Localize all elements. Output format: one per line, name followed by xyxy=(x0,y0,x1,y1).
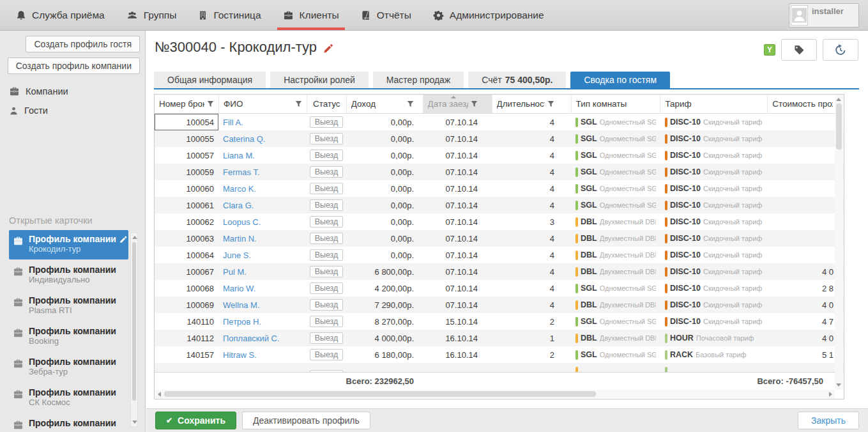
column-header-8[interactable]: Стоимость проживан xyxy=(767,95,835,113)
open-card-1[interactable]: Профиль компанииИндивидуально xyxy=(9,261,128,290)
cell-cost: 4 7 xyxy=(768,313,836,330)
cell-booking-number[interactable]: 100054 xyxy=(155,114,218,130)
room-color-bar xyxy=(575,334,578,343)
status-badge: Выезд xyxy=(310,233,343,244)
cell-booking-number[interactable]: 140112 xyxy=(155,330,218,346)
create-guest-profile-button[interactable]: Создать профиль гостя xyxy=(26,36,140,52)
scroll-up-icon[interactable] xyxy=(132,236,137,239)
column-header-2[interactable]: Статус xyxy=(307,95,346,113)
cell-booking-number[interactable]: 100060 xyxy=(155,180,218,197)
cell-booking-number[interactable]: 140110 xyxy=(155,313,218,330)
guest-link[interactable]: Martin N. xyxy=(223,234,257,243)
column-header-7[interactable]: Тариф xyxy=(660,95,767,113)
open-card-6[interactable]: Профиль компании xyxy=(9,414,128,432)
nav-item-5[interactable]: Администрирование xyxy=(422,0,555,30)
cell-tariff: DISC-10Скидочный тариф 10% xyxy=(660,164,768,180)
filter-icon[interactable] xyxy=(404,100,414,107)
open-card-3[interactable]: Профиль компанииBooking xyxy=(9,322,128,351)
sidebar-item-1[interactable]: Гости xyxy=(0,101,145,120)
column-header-1[interactable]: ФИО xyxy=(218,95,307,113)
column-header-6[interactable]: Тип комнаты xyxy=(571,95,660,113)
save-button[interactable]: ✔ Сохранить xyxy=(155,412,236,429)
scroll-left-icon[interactable] xyxy=(158,392,161,397)
tags-button[interactable] xyxy=(781,39,817,61)
card-subtitle: Индивидуально xyxy=(29,275,116,284)
horizontal-scrollbar[interactable] xyxy=(155,390,835,398)
cell-income: 0,00р. xyxy=(346,213,423,230)
cell-booking-number[interactable]: 100068 xyxy=(155,280,218,297)
scroll-right-icon[interactable] xyxy=(829,392,832,397)
filter-icon[interactable] xyxy=(468,100,478,107)
scrollbar-thumb[interactable] xyxy=(836,104,842,150)
open-card-5[interactable]: Профиль компанииСК Космос xyxy=(9,383,128,413)
cell-booking-number[interactable]: 100061 xyxy=(155,197,218,213)
cell-arrival-date: 16.10.14 xyxy=(423,330,492,346)
guest-link[interactable]: Fermas T. xyxy=(223,167,260,177)
tab-4[interactable]: Сводка по гостям xyxy=(570,72,670,88)
create-company-profile-button[interactable]: Создать профиль компании xyxy=(8,58,140,74)
sidebar-item-0[interactable]: Компании xyxy=(0,82,145,101)
guest-link[interactable]: Caterina Q. xyxy=(223,134,265,144)
cell-booking-number[interactable]: 100055 xyxy=(155,130,218,147)
cell-room-type: DBLДвухместный DBL xyxy=(571,230,660,247)
table-header: Номер брониФИОСтатусДоходДата заездаДлит… xyxy=(155,95,844,114)
cell-room-type: SGLОдноместный SGL xyxy=(571,197,660,213)
cost-total: Всего: -76457,50 xyxy=(757,376,823,386)
filter-icon[interactable] xyxy=(293,100,302,107)
guest-link[interactable]: Loopus C. xyxy=(223,217,261,227)
scroll-down-icon[interactable] xyxy=(132,420,137,424)
tab-3[interactable]: Счёт75 400,50р. xyxy=(468,72,566,88)
cell-income: 6 180,00р. xyxy=(346,346,423,363)
column-header-4[interactable]: Дата заезда xyxy=(423,95,492,113)
guest-link[interactable]: Wellna M. xyxy=(223,300,260,310)
guest-link[interactable]: Поплавский С. xyxy=(223,334,280,343)
user-menu-button[interactable]: installer xyxy=(789,3,859,27)
open-card-0[interactable]: Профиль компанииКрокодил-тур xyxy=(9,230,128,259)
guest-link[interactable]: Marco K. xyxy=(223,184,256,194)
cell-booking-number[interactable] xyxy=(155,363,218,372)
history-button[interactable] xyxy=(823,39,858,61)
scroll-down-icon[interactable] xyxy=(836,383,841,387)
tab-0[interactable]: Общая информация xyxy=(154,72,266,88)
guest-link[interactable]: June S. xyxy=(223,251,251,260)
guest-link[interactable]: Mario W. xyxy=(223,284,255,293)
open-card-2[interactable]: Профиль компанииPlasma RTI xyxy=(9,291,128,321)
nav-item-4[interactable]: Отчёты xyxy=(350,0,422,30)
cell-duration: 4 xyxy=(492,130,571,147)
guest-link[interactable]: Pul M. xyxy=(223,267,247,277)
scrollbar-thumb[interactable] xyxy=(164,391,596,397)
sidebar-scrollbar[interactable] xyxy=(130,233,138,427)
cell-booking-number[interactable]: 140157 xyxy=(155,346,218,363)
filter-icon[interactable] xyxy=(204,100,214,107)
scroll-up-icon[interactable] xyxy=(836,98,841,101)
cell-booking-number[interactable]: 100067 xyxy=(155,263,218,280)
column-header-3[interactable]: Доход xyxy=(346,95,423,113)
tab-1[interactable]: Настройки ролей xyxy=(270,72,369,88)
column-header-5[interactable]: Длительность, дн. xyxy=(492,95,571,113)
filter-icon[interactable] xyxy=(545,100,554,107)
nav-item-2[interactable]: Гостиница xyxy=(187,0,271,30)
cell-booking-number[interactable]: 100059 xyxy=(155,164,218,180)
cell-booking-number[interactable]: 100057 xyxy=(155,147,218,164)
guest-link[interactable]: Fill A. xyxy=(223,118,243,127)
close-button[interactable]: Закрыть xyxy=(798,412,859,429)
vertical-scrollbar[interactable] xyxy=(835,95,843,389)
guest-link[interactable]: Clara G. xyxy=(223,201,254,210)
cell-booking-number[interactable]: 100064 xyxy=(155,247,218,263)
deactivate-profile-button[interactable]: Деактивировать профиль xyxy=(242,412,370,429)
nav-item-1[interactable]: Группы xyxy=(116,0,188,30)
nav-item-0[interactable]: Служба приёма xyxy=(5,0,116,30)
tab-2[interactable]: Мастер продаж xyxy=(373,72,464,88)
edit-title-icon[interactable] xyxy=(323,43,334,54)
column-header-0[interactable]: Номер брони xyxy=(155,95,218,113)
cell-booking-number[interactable]: 100069 xyxy=(155,297,218,313)
card-title: Профиль компании xyxy=(29,326,116,336)
cell-booking-number[interactable]: 100063 xyxy=(155,230,218,247)
cell-booking-number[interactable]: 100062 xyxy=(155,213,218,230)
guest-link[interactable]: Hitraw S. xyxy=(223,350,257,360)
scrollbar-thumb[interactable] xyxy=(132,242,136,401)
nav-item-3[interactable]: Клиенты xyxy=(272,0,350,30)
open-card-4[interactable]: Профиль компанииЗебра-тур xyxy=(9,353,128,382)
guest-link[interactable]: Liana M. xyxy=(223,151,255,160)
guest-link[interactable]: Петров Н. xyxy=(223,317,261,327)
